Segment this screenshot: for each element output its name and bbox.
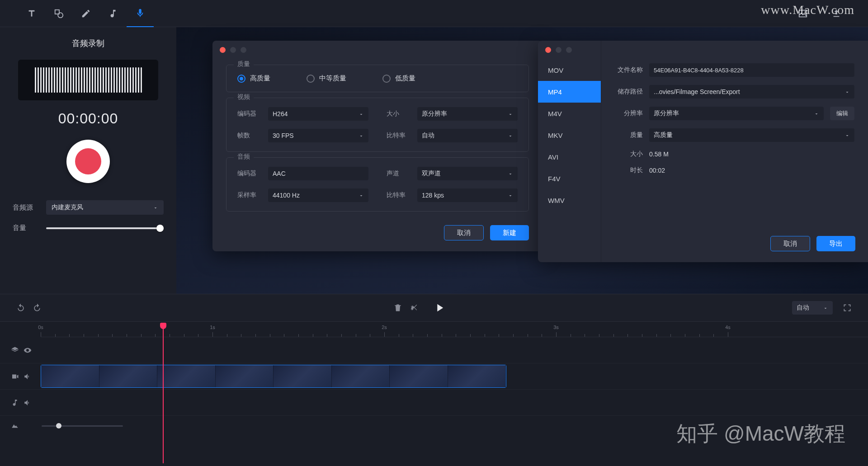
timeline: 0s1s2s3s4s	[0, 322, 868, 466]
format-avi[interactable]: AVI	[538, 146, 601, 168]
waveform-display	[18, 60, 158, 100]
speaker-icon[interactable]	[24, 372, 32, 381]
format-mkv[interactable]: MKV	[538, 124, 601, 146]
export-icon[interactable]	[823, 0, 850, 27]
export-button[interactable]: 导出	[816, 236, 855, 251]
duration-value: 00:02	[649, 167, 665, 174]
window-controls[interactable]	[538, 41, 601, 59]
music-tool[interactable]	[99, 0, 127, 27]
mic-tool[interactable]	[127, 0, 154, 27]
audio-source-select[interactable]: 内建麦克风	[46, 200, 164, 215]
music-icon[interactable]	[11, 399, 19, 407]
timeline-ruler[interactable]: 0s1s2s3s4s	[41, 322, 868, 337]
chevron-down-icon	[359, 133, 364, 138]
timeline-controls: 自动	[0, 294, 868, 322]
path-select[interactable]: ...ovies/Filmage Screen/Export	[649, 85, 854, 99]
playhead[interactable]	[163, 326, 164, 463]
video-encoder-select[interactable]: H264	[268, 107, 368, 121]
fullscreen-icon[interactable]	[839, 300, 855, 316]
resolution-select[interactable]: 原分辨率	[649, 107, 824, 120]
close-icon[interactable]	[220, 47, 226, 53]
track-layer	[0, 337, 868, 363]
export-cancel-button[interactable]: 取消	[770, 236, 810, 251]
format-mov[interactable]: MOV	[538, 59, 601, 81]
cancel-button[interactable]: 取消	[444, 225, 484, 240]
layers-icon[interactable]	[11, 346, 19, 354]
quality-medium-radio[interactable]: 中等质量	[307, 74, 346, 83]
pencil-tool[interactable]	[72, 0, 99, 27]
text-tool[interactable]	[18, 0, 45, 27]
edit-button[interactable]: 编辑	[830, 107, 854, 120]
audio-channel-select[interactable]: 双声道	[417, 167, 518, 180]
filename-input[interactable]: 54E06A91-B4C8-4404-8A53-8228	[649, 63, 854, 77]
chevron-down-icon	[508, 111, 513, 117]
format-list: MOV MP4 M4V MKV AVI F4V WMV	[538, 41, 601, 262]
audio-sample-select[interactable]: 44100 Hz	[268, 188, 368, 202]
speaker-icon[interactable]	[24, 399, 32, 407]
play-icon[interactable]	[431, 300, 448, 316]
volume-slider[interactable]	[46, 227, 164, 229]
video-icon[interactable]	[11, 372, 19, 381]
chevron-down-icon	[153, 205, 158, 210]
quality-fieldset: 质量 高质量 中等质量 低质量	[226, 65, 529, 92]
format-m4v[interactable]: M4V	[538, 103, 601, 124]
video-bitrate-select[interactable]: 自动	[417, 129, 518, 142]
audio-encoder-field[interactable]: AAC	[268, 167, 368, 180]
zoom-slider[interactable]	[42, 425, 123, 427]
track-video	[0, 363, 868, 390]
chevron-down-icon	[359, 193, 364, 198]
chevron-down-icon	[508, 171, 513, 176]
trash-icon[interactable]	[390, 300, 406, 316]
svg-point-1	[58, 13, 63, 18]
undo-icon[interactable]	[13, 300, 29, 316]
video-fps-select[interactable]: 30 FPS	[268, 129, 368, 142]
video-clip[interactable]	[41, 365, 506, 388]
mountain-icon	[11, 422, 19, 430]
track-zoom	[0, 416, 868, 436]
size-value: 0.58 M	[649, 151, 669, 158]
chevron-down-icon	[359, 111, 364, 117]
chevron-down-icon	[508, 133, 513, 138]
quality-high-radio[interactable]: 高质量	[237, 74, 270, 83]
redo-icon[interactable]	[29, 300, 45, 316]
audio-source-label: 音频源	[13, 203, 38, 212]
video-fieldset: 视频 编码器H264 大小原分辨率 帧数30 FPS 比特率自动	[226, 98, 529, 152]
video-size-select[interactable]: 原分辨率	[417, 107, 518, 121]
shape-tool[interactable]	[45, 0, 72, 27]
chevron-down-icon	[844, 89, 850, 94]
window-controls[interactable]	[212, 41, 542, 59]
image-icon[interactable]	[789, 0, 816, 27]
close-icon[interactable]	[545, 47, 551, 53]
format-wmv[interactable]: WMV	[538, 189, 601, 211]
zoom-select[interactable]: 自动	[792, 301, 833, 315]
track-audio	[0, 390, 868, 416]
audio-bitrate-select[interactable]: 128 kps	[417, 188, 518, 202]
format-f4v[interactable]: F4V	[538, 168, 601, 189]
chevron-down-icon	[823, 305, 828, 311]
record-button[interactable]	[66, 140, 110, 183]
chevron-down-icon	[814, 111, 819, 116]
scissors-icon[interactable]	[406, 300, 422, 316]
audio-record-panel: 音频录制 00:00:00 音频源 内建麦克风 音量	[0, 27, 176, 294]
volume-label: 音量	[13, 224, 38, 232]
quality-select[interactable]: 高质量	[649, 128, 854, 142]
format-mp4[interactable]: MP4	[538, 81, 601, 103]
settings-dialog: 质量 高质量 中等质量 低质量 视频 编码器H264 大小原分辨率 帧数30 F…	[212, 41, 542, 251]
top-toolbar	[0, 0, 868, 27]
panel-title: 音频录制	[13, 38, 164, 49]
quality-low-radio[interactable]: 低质量	[382, 74, 415, 83]
audio-fieldset: 音频 编码器AAC 声道双声道 采样率44100 Hz 比特率128 kps	[226, 157, 529, 212]
chevron-down-icon	[508, 193, 513, 198]
create-button[interactable]: 新建	[490, 225, 529, 240]
export-dialog: MOV MP4 M4V MKV AVI F4V WMV 文件名称54E06A91…	[538, 41, 868, 262]
chevron-down-icon	[844, 132, 850, 138]
eye-icon[interactable]	[24, 346, 32, 354]
record-timer: 00:00:00	[13, 110, 164, 127]
